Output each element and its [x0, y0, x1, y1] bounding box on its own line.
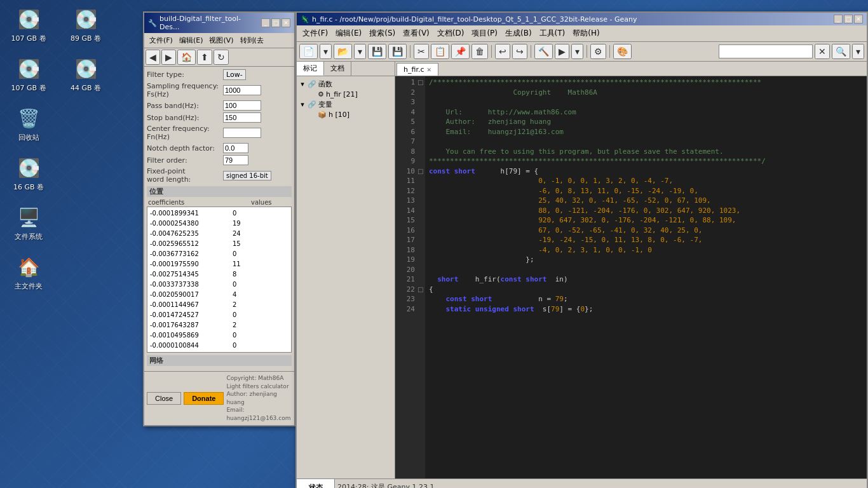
filter-toolbar-refresh[interactable]: ↻	[214, 50, 229, 65]
geany-restore-button[interactable]: □	[844, 15, 853, 24]
geany-menu-search[interactable]: 搜索(S)	[366, 27, 398, 40]
filesystem-label: 文件系统	[15, 232, 43, 241]
coeff-list-inner: -0.0001899341 -0.0000254380 -0.004762523…	[147, 207, 291, 353]
undo-button[interactable]: ↩	[495, 44, 510, 59]
geany-menu-edit[interactable]: 编辑(E)	[332, 27, 365, 40]
center-freq-input[interactable]	[223, 128, 261, 138]
desktop-icon-home[interactable]: 🏠 主文件夹	[6, 254, 51, 291]
tab-close-icon[interactable]: ✕	[426, 67, 431, 73]
stop-band-row: Stop band(Hz):	[147, 112, 292, 123]
build-button[interactable]: 🔨	[534, 44, 553, 59]
fold-column: □ □ □	[417, 76, 425, 478]
tab-symbols[interactable]: 标记	[297, 62, 324, 76]
geany-menu-file[interactable]: 文件(F)	[299, 27, 331, 40]
filter-menu-edit[interactable]: 编辑(E)	[177, 34, 206, 46]
delete-button[interactable]: 🗑	[471, 44, 488, 59]
status-msg-1: 2014:28: 这是 Geany 1.23.1。	[337, 482, 864, 488]
pass-band-input[interactable]	[223, 100, 261, 111]
geany-menu-view[interactable]: 查看(V)	[400, 27, 433, 40]
geany-menu-help[interactable]: 帮助(H)	[569, 27, 602, 40]
geany-icon: 🦎	[301, 15, 309, 24]
desktop-icon-trash[interactable]: 🗑️ 回收站	[6, 105, 51, 142]
stop-band-input[interactable]	[223, 112, 261, 123]
center-freq-row: Center frequency:Fn(Hz)	[147, 125, 292, 141]
filter-menu-goto[interactable]: 转到(去	[238, 34, 266, 46]
prefs-button[interactable]: ⚙	[590, 44, 606, 59]
desktop-icon-107gb-1[interactable]: 💽 107 GB 卷	[6, 6, 51, 43]
search-input[interactable]	[719, 44, 813, 58]
toolbar-sep-1	[410, 45, 410, 58]
filter-toolbar-back[interactable]: ◀	[146, 50, 160, 65]
search-clear-button[interactable]: ✕	[815, 44, 830, 59]
geany-menu-tools[interactable]: 工具(T)	[536, 27, 569, 40]
tree-h-fir[interactable]: ⚙ h_fir [21]	[309, 90, 392, 99]
cut-button[interactable]: ✂	[414, 44, 429, 59]
drive-icon-1: 💽	[16, 6, 41, 32]
filter-toolbar-up[interactable]: ⬆	[197, 50, 212, 65]
tab-docs[interactable]: 文档	[324, 62, 351, 76]
center-freq-label: Center frequency:Fn(Hz)	[147, 125, 223, 141]
filter-minimize-button[interactable]: _	[261, 18, 270, 27]
geany-title-text: h_fir.c - /root/New/proj/build-Digital_f…	[312, 15, 831, 24]
drive-icon-4: 💽	[73, 56, 98, 81]
paste-button[interactable]: 📌	[451, 44, 470, 59]
open-button[interactable]: 📂	[334, 44, 352, 59]
new-dropdown-button[interactable]: ▾	[320, 44, 332, 59]
filter-window-title: build-Digital_filter_tool-Des...	[159, 15, 259, 31]
tree-h-var[interactable]: 📦 h [10]	[309, 110, 392, 119]
coeff-list[interactable]: -0.0001899341 -0.0000254380 -0.004762523…	[147, 207, 292, 353]
toolbar-sep-4	[587, 45, 587, 58]
save-button[interactable]: 💾	[368, 44, 386, 59]
filter-toolbar-fwd[interactable]: ▶	[161, 50, 176, 65]
desktop-icon-16gb[interactable]: 💽 16 GB 卷	[6, 155, 51, 192]
copy-button[interactable]: 📋	[431, 44, 449, 59]
home-icon: 🏠	[16, 254, 41, 280]
tree-functions-group[interactable]: ▾ 🔗 函数	[299, 79, 392, 90]
status-tab[interactable]: 状态	[297, 479, 334, 488]
geany-menu-project[interactable]: 项目(P)	[468, 27, 501, 40]
geany-menu-build[interactable]: 生成(B)	[502, 27, 535, 40]
desktop-icon-89gb[interactable]: 💽 89 GB 卷	[64, 6, 108, 43]
geany-minimize-button[interactable]: _	[834, 15, 843, 24]
notch-depth-input[interactable]	[223, 143, 248, 153]
new-button[interactable]: 📄	[299, 44, 318, 59]
colmark-button[interactable]: 🎨	[613, 44, 632, 59]
code-content[interactable]: /***************************************…	[425, 76, 867, 478]
filter-menu-file[interactable]: 文件(F)	[147, 34, 175, 46]
drive-label-5: 16 GB 卷	[13, 182, 44, 192]
desktop-icon-107gb-2[interactable]: 💽 107 GB 卷	[6, 56, 51, 93]
filter-order-input[interactable]	[223, 155, 248, 165]
filter-toolbar-home[interactable]: 🏠	[177, 50, 196, 65]
search-find-button[interactable]: 🔍	[832, 44, 850, 59]
editor-tab-h-fir[interactable]: h_fir.c ✕	[397, 63, 438, 76]
toolbar-sep-3	[531, 45, 531, 58]
copyright-line: Copyright: Math86A Light filters calcula…	[226, 374, 292, 390]
code-editor[interactable]: 123456789101112131415161718192021222324 …	[395, 76, 867, 478]
open-dropdown-button[interactable]: ▾	[354, 44, 366, 59]
geany-close-button[interactable]: ✕	[854, 15, 863, 24]
editor-tabs: h_fir.c ✕	[395, 62, 867, 76]
geany-titlebar: 🦎 h_fir.c - /root/New/proj/build-Digital…	[297, 13, 867, 25]
close-button[interactable]: Close	[147, 392, 181, 405]
desktop-icon-filesystem[interactable]: 🖥️ 文件系统	[6, 205, 51, 241]
desktop-icon-44gb[interactable]: 💽 44 GB 卷	[64, 56, 108, 93]
filter-order-row: Filter order:	[147, 155, 292, 165]
tree-variables-group[interactable]: ▾ 🔗 变量	[299, 99, 392, 110]
icon-row-1: 💽 107 GB 卷 💽 89 GB 卷	[6, 6, 108, 43]
save-as-button[interactable]: 💾	[388, 44, 407, 59]
run-dropdown-button[interactable]: ▾	[571, 44, 583, 59]
filter-menu-view[interactable]: 视图(V)	[207, 34, 236, 46]
run-button[interactable]: ▶	[555, 44, 569, 59]
filter-maximize-button[interactable]: □	[271, 18, 280, 27]
donate-button[interactable]: Donate	[184, 392, 224, 405]
notch-depth-row: Notch depth factor:	[147, 143, 292, 153]
toolbar-sep-5	[609, 45, 610, 58]
search-dropdown-button[interactable]: ▾	[852, 44, 864, 59]
network-section-title: 网络	[147, 355, 292, 366]
filter-close-button[interactable]: ✕	[281, 18, 290, 27]
geany-menu-doc[interactable]: 文档(D)	[434, 27, 468, 40]
position-section-title: 位置	[147, 186, 292, 197]
variables-label: 变量	[318, 100, 332, 109]
sampling-freq-input[interactable]	[223, 85, 261, 95]
redo-button[interactable]: ↪	[512, 44, 527, 59]
